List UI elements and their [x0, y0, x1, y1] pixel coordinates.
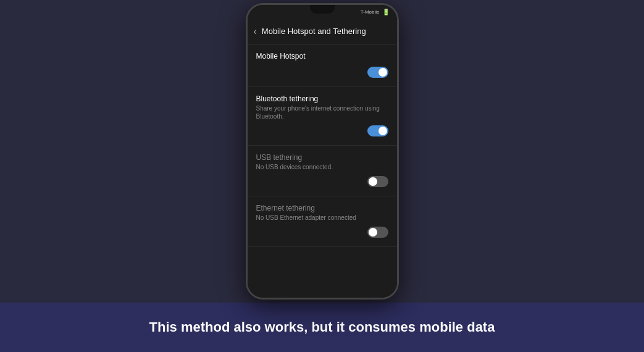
top-nav: ‹ Mobile Hotspot and Tethering — [248, 19, 397, 44]
battery-icon: 🔋 — [382, 9, 390, 15]
bluetooth-tethering-subtitle: Share your phone's internet connection u… — [256, 104, 383, 120]
phone-notch — [310, 5, 335, 14]
bluetooth-tethering-knob — [378, 127, 387, 135]
usb-tethering-row: USB tethering No USB devices connected. — [256, 153, 388, 171]
bluetooth-tethering-toggle[interactable] — [367, 125, 388, 136]
usb-tethering-knob — [369, 177, 377, 186]
usb-tethering-text: USB tethering No USB devices connected. — [256, 153, 388, 171]
nav-title: Mobile Hotspot and Tethering — [262, 27, 366, 36]
mobile-hotspot-row: Mobile Hotspot — [256, 52, 388, 62]
ethernet-tethering-row: Ethernet tethering No USB Ethernet adapt… — [256, 204, 388, 222]
ethernet-tethering-item: Ethernet tethering No USB Ethernet adapt… — [248, 196, 397, 247]
ethernet-tethering-knob — [369, 228, 377, 237]
mobile-hotspot-item: Mobile Hotspot — [248, 44, 397, 87]
mobile-hotspot-knob — [378, 68, 387, 77]
signal-text: T-Mobile — [361, 9, 380, 15]
mobile-hotspot-text: Mobile Hotspot — [256, 52, 388, 62]
bluetooth-tethering-title: Bluetooth tethering — [256, 94, 383, 103]
usb-tethering-toggle[interactable] — [367, 176, 388, 187]
background-area: T-Mobile 🔋 ‹ Mobile Hotspot and Tetherin… — [0, 0, 644, 303]
settings-content: Mobile Hotspot Bluetooth tethering — [248, 44, 397, 298]
phone-mockup: T-Mobile 🔋 ‹ Mobile Hotspot and Tetherin… — [246, 3, 399, 300]
mobile-hotspot-toggle[interactable] — [367, 67, 388, 78]
usb-tethering-title: USB tethering — [256, 153, 383, 162]
ethernet-tethering-title: Ethernet tethering — [256, 204, 383, 212]
ethernet-tethering-subtitle: No USB Ethernet adapter connected — [256, 214, 383, 222]
mobile-hotspot-toggle-row — [256, 64, 388, 79]
bottom-banner: This method also works, but it consumes … — [0, 303, 644, 352]
usb-tethering-subtitle: No USB devices connected. — [256, 163, 383, 171]
mobile-hotspot-title: Mobile Hotspot — [256, 52, 383, 61]
usb-tethering-item: USB tethering No USB devices connected. — [248, 146, 397, 196]
back-button[interactable]: ‹ — [254, 26, 257, 37]
banner-text: This method also works, but it consumes … — [149, 319, 495, 337]
phone-screen: T-Mobile 🔋 ‹ Mobile Hotspot and Tetherin… — [248, 5, 397, 298]
ethernet-tethering-toggle[interactable] — [367, 227, 388, 238]
bluetooth-tethering-item: Bluetooth tethering Share your phone's i… — [248, 87, 397, 146]
bluetooth-tethering-text: Bluetooth tethering Share your phone's i… — [256, 94, 388, 120]
bluetooth-tethering-toggle-row — [256, 123, 388, 138]
usb-tethering-toggle-row — [256, 174, 388, 188]
ethernet-tethering-toggle-row — [256, 224, 388, 239]
bluetooth-tethering-row: Bluetooth tethering Share your phone's i… — [256, 94, 388, 120]
status-icons: T-Mobile 🔋 — [361, 9, 390, 15]
ethernet-tethering-text: Ethernet tethering No USB Ethernet adapt… — [256, 204, 388, 222]
